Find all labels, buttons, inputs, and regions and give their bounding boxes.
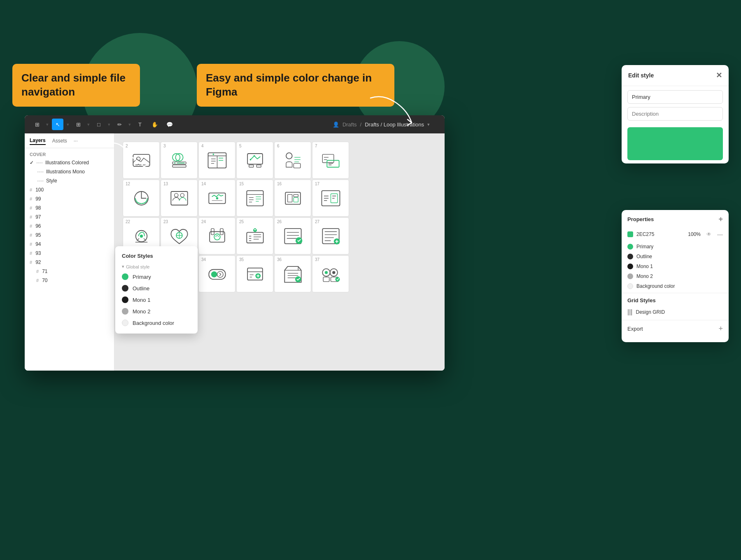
swatch-outline[interactable]: Outline (622, 252, 729, 261)
swatch-dot-outline (627, 254, 633, 259)
svg-point-59 (217, 271, 223, 278)
svg-rect-18 (327, 160, 339, 167)
svg-rect-29 (294, 197, 298, 202)
layer-97[interactable]: # 97 (25, 212, 114, 222)
comment-tool[interactable]: 💬 (164, 119, 175, 130)
svg-rect-10 (247, 154, 263, 164)
icon-cell-12[interactable]: 12 (123, 180, 160, 217)
layer-95[interactable]: # 95 (25, 231, 114, 240)
select-tool[interactable]: ↖ (52, 119, 63, 130)
svg-rect-62 (247, 268, 263, 280)
icon-img-7 (319, 149, 342, 172)
tab-assets[interactable]: Assets (52, 137, 67, 145)
tab-layers[interactable]: Layers (30, 137, 46, 145)
icon-cell-6[interactable]: 6 (274, 142, 311, 179)
icon-cell-27[interactable]: 27 (312, 217, 349, 254)
color-styles-dropdown: Color Styles ▾ Global style Primary Outl… (115, 246, 198, 334)
icon-cell-34[interactable]: 34 (198, 255, 235, 292)
icon-cell-17[interactable]: 17 (312, 180, 349, 217)
close-icon[interactable]: ✕ (716, 71, 722, 80)
svg-rect-30 (294, 194, 298, 197)
eye-icon[interactable]: 👁 (706, 231, 711, 237)
arrow-left (103, 136, 152, 169)
swatch-bg[interactable]: Background color (622, 281, 729, 291)
dropdown-section: ▾ Global style (115, 262, 198, 271)
dropdown-item-mono2[interactable]: Mono 2 (115, 306, 198, 317)
icon-cell-36[interactable]: 36 (274, 255, 311, 292)
icon-cell-3[interactable]: 3 (161, 142, 198, 179)
icon-img-13 (168, 187, 191, 210)
layer-71[interactable]: # 71 (25, 267, 114, 276)
svg-rect-25 (247, 191, 263, 206)
layer-99[interactable]: # 99 (25, 194, 114, 203)
shape-tool[interactable]: □ (93, 119, 105, 130)
layer-70[interactable]: # 70 (25, 276, 114, 285)
dropdown-item-primary[interactable]: Primary (115, 271, 198, 282)
svg-rect-5 (172, 165, 186, 167)
export-section: Export + (622, 320, 729, 336)
layer-100[interactable]: # 100 (25, 185, 114, 194)
layer-96[interactable]: # 96 (25, 222, 114, 231)
grid-tool[interactable]: ⊞ (31, 119, 43, 130)
color-dot-bg (122, 320, 128, 326)
layer-illustrations-colored[interactable]: ✓ ---- Illustrations Colored (25, 158, 114, 167)
svg-point-24 (216, 197, 218, 199)
svg-rect-72 (323, 277, 329, 281)
text-tool[interactable]: T (134, 119, 146, 130)
pen-tool[interactable]: ✏ (114, 119, 125, 130)
layer-93[interactable]: # 93 (25, 249, 114, 258)
icon-img-26 (282, 225, 304, 247)
dropdown-item-bg[interactable]: Background color (115, 317, 198, 329)
figma-window: ⊞ ▾ ↖ ▾ ⊞ ▾ □ ▾ ✏ ▾ T ✋ 💬 👤 Drafts / Dra… (25, 115, 445, 371)
icon-cell-15[interactable]: 15 (236, 180, 273, 217)
layer-style[interactable]: ---- Style (25, 176, 114, 185)
swatch-mono2[interactable]: Mono 2 (622, 271, 729, 281)
layer-98[interactable]: # 98 (25, 203, 114, 212)
icon-cell-37[interactable]: 37 (312, 255, 349, 292)
icon-cell-26[interactable]: 26 (274, 217, 311, 254)
icon-img-23 (168, 225, 191, 247)
svg-point-39 (214, 234, 220, 240)
layer-92[interactable]: # 92 (25, 258, 114, 267)
layer-94[interactable]: # 94 (25, 240, 114, 249)
icon-cell-25[interactable]: 25 (236, 217, 273, 254)
icon-img-6 (282, 149, 304, 172)
add-property-icon[interactable]: + (718, 215, 723, 224)
icon-img-12 (130, 187, 153, 210)
layer-illustrations-mono[interactable]: ---- Illustrations Mono (25, 167, 114, 176)
panel-tabs: Layers Assets ··· (25, 133, 114, 148)
swatch-primary[interactable]: Primary (622, 242, 729, 252)
icon-cell-14[interactable]: 14 (198, 180, 235, 217)
dropdown-item-mono1[interactable]: Mono 1 (115, 294, 198, 306)
figma-body: Layers Assets ··· COVER ✓ ---- Illustrat… (25, 133, 445, 371)
hand-tool[interactable]: ✋ (149, 119, 161, 130)
add-export-icon[interactable]: + (718, 324, 723, 333)
svg-point-71 (332, 271, 335, 274)
prop-color-swatch[interactable] (627, 231, 633, 237)
icon-cell-7[interactable]: 7 (312, 142, 349, 179)
dropdown-item-outline[interactable]: Outline (115, 282, 198, 294)
tab-more[interactable]: ··· (74, 137, 78, 145)
remove-icon[interactable]: — (717, 231, 723, 238)
svg-line-61 (219, 274, 221, 276)
icon-cell-5[interactable]: 5 (236, 142, 273, 179)
grid-item-design[interactable]: ||| Design GRID (627, 307, 723, 317)
properties-header: Properties + (622, 210, 729, 229)
swatch-mono1[interactable]: Mono 1 (622, 261, 729, 271)
frame-tool[interactable]: ⊞ (72, 119, 84, 130)
svg-rect-17 (322, 154, 334, 162)
style-desc-input[interactable] (627, 107, 723, 121)
style-name-input[interactable] (627, 90, 723, 104)
color-dot-primary (122, 273, 128, 280)
grid-lines-icon: ||| (627, 308, 632, 316)
icon-cell-35[interactable]: 35 (236, 255, 273, 292)
properties-panel: Properties + 2EC275 100% 👁 — Primary Out… (622, 210, 729, 342)
icon-cell-16[interactable]: 16 (274, 180, 311, 217)
grid-styles-section: Grid Styles ||| Design GRID (622, 293, 729, 320)
icon-img-34 (206, 263, 228, 285)
edit-style-panel: Edit style ✕ (622, 65, 729, 163)
icon-img-35 (244, 263, 266, 285)
icon-cell-13[interactable]: 13 (161, 180, 198, 217)
icon-cell-4[interactable]: 4 (198, 142, 235, 179)
icon-cell-24[interactable]: 24 (198, 217, 235, 254)
